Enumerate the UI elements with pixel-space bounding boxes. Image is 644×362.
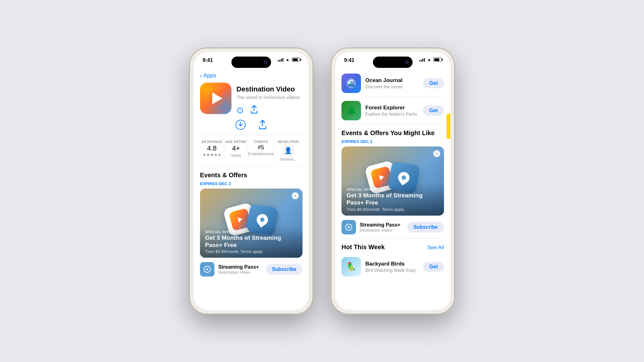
forest-explorer-desc: Explore the Nation's Parks bbox=[365, 112, 419, 117]
event-card-subtitle-1: Then $9.99/month. Terms apply. bbox=[205, 249, 297, 254]
subscribe-app-sub-2: Destination Video bbox=[360, 228, 403, 233]
phone-2-screen: 9:41 ▲ bbox=[335, 52, 450, 310]
subscribe-row-2: Streaming Pass+ Destination Video Subscr… bbox=[335, 216, 450, 238]
plus-badge-2: + bbox=[433, 150, 440, 157]
destination-video-icon-svg bbox=[205, 87, 227, 109]
special-offer-label-1: SPECIAL OFFER bbox=[205, 230, 297, 234]
backyard-birds-desc: Bird Watching Made Easy bbox=[365, 268, 419, 273]
hot-section-header: Hot This Week See All bbox=[335, 239, 450, 253]
dynamic-island-1 bbox=[231, 57, 271, 68]
backyard-birds-icon: 🦜 bbox=[341, 257, 361, 277]
share-btn[interactable] bbox=[258, 120, 267, 130]
event-card-subtitle-2: Then $9.99/month. Terms apply. bbox=[347, 207, 439, 212]
forest-explorer-icon: 🌲 bbox=[341, 101, 361, 120]
streaming-pass-icon-1 bbox=[200, 262, 214, 277]
events-section-title-2: Events & Offers You Might Like bbox=[335, 124, 450, 138]
rating-count-label: 2M Ratings bbox=[200, 140, 224, 144]
svg-point-5 bbox=[206, 268, 208, 270]
event-card-1[interactable]: + SPECIAL OFFER Get 3 Months of Streamin… bbox=[200, 189, 303, 258]
back-nav[interactable]: ‹ Apps bbox=[194, 70, 309, 80]
rating-stars: ★★★★★ bbox=[200, 152, 224, 157]
wifi-icon-1: ▲ bbox=[286, 57, 290, 62]
ocean-journal-info: Ocean Journal Discover the ocean bbox=[365, 77, 419, 89]
signal-icon-2 bbox=[419, 58, 425, 62]
plus-badge: + bbox=[292, 192, 299, 199]
ocean-journal-name: Ocean Journal bbox=[365, 77, 419, 84]
download-btn[interactable] bbox=[236, 120, 246, 130]
download-share-row bbox=[194, 120, 309, 135]
special-offer-label-2: SPECIAL OFFER bbox=[347, 188, 439, 191]
chart-label: Charts bbox=[248, 140, 274, 144]
back-chevron-icon: ‹ bbox=[200, 73, 202, 79]
forest-explorer-info: Forest Explorer Explore the Nation's Par… bbox=[365, 105, 419, 117]
ocean-journal-icon: 🌊 bbox=[341, 74, 361, 93]
streaming-pass-icon-2 bbox=[341, 220, 356, 234]
app-actions: ⊙ bbox=[236, 105, 303, 116]
svg-point-11 bbox=[348, 226, 350, 228]
developer-cell: Developer 👤 Destinati... bbox=[274, 139, 303, 162]
list-item-ocean: 🌊 Ocean Journal Discover the ocean Get bbox=[335, 70, 450, 97]
age-value: 4+ bbox=[224, 144, 248, 152]
app-icon-destination-video bbox=[200, 83, 231, 114]
rating-count-cell: 2M Ratings 4.8 ★★★★★ bbox=[200, 139, 224, 162]
subscribe-app-sub-1: Destination Video bbox=[218, 270, 262, 275]
backyard-birds-info: Backyard Birds Bird Watching Made Easy bbox=[365, 261, 419, 273]
list-item-backyard: 🦜 Backyard Birds Bird Watching Made Easy… bbox=[335, 253, 450, 280]
status-icons-2: ▲ bbox=[419, 57, 441, 62]
app-header: Destination Video The world in immersive… bbox=[194, 80, 309, 120]
event-card-title-2: Get 3 Months of Streaming Pass+ Free bbox=[347, 192, 439, 206]
wifi-icon-2: ▲ bbox=[427, 57, 431, 62]
age-sub: Years bbox=[224, 153, 248, 158]
app-browse-screen: 🌊 Ocean Journal Discover the ocean Get 🌲 bbox=[335, 70, 450, 310]
age-rating-cell: Age Rating 4+ Years bbox=[224, 139, 248, 162]
event-card-2[interactable]: + SPECIAL OFFER Get 3 Months of Streamin… bbox=[341, 146, 444, 216]
subscribe-button-2[interactable]: Subscribe bbox=[407, 222, 444, 233]
backyard-birds-name: Backyard Birds bbox=[365, 261, 419, 267]
phone-2: 9:41 ▲ bbox=[331, 48, 454, 314]
event-card-title-1: Get 3 Months of Streaming Pass+ Free bbox=[205, 234, 297, 249]
download-icon[interactable]: ⊙ bbox=[236, 105, 244, 116]
event-card-content: SPECIAL OFFER Get 3 Months of Streaming … bbox=[200, 226, 303, 258]
hot-section-title: Hot This Week bbox=[341, 244, 385, 251]
status-time-1: 9:41 bbox=[203, 57, 213, 63]
yellow-accent-peek bbox=[447, 114, 450, 139]
see-all-button[interactable]: See All bbox=[427, 244, 444, 251]
subscribe-info-2: Streaming Pass+ Destination Video bbox=[360, 222, 403, 233]
chart-sub: Entertainment bbox=[248, 151, 274, 156]
battery-icon-1 bbox=[292, 58, 300, 62]
ratings-row: 2M Ratings 4.8 ★★★★★ Age Rating 4+ Years… bbox=[194, 135, 309, 166]
svg-text:🦜: 🦜 bbox=[346, 261, 357, 272]
app-subtitle: The world in immersive videos bbox=[236, 95, 303, 100]
signal-icon-1 bbox=[278, 58, 283, 62]
app-title: Destination Video bbox=[236, 85, 303, 93]
rating-count-value: 4.8 bbox=[200, 144, 224, 152]
get-button-ocean[interactable]: Get bbox=[423, 78, 444, 88]
dev-name: Destinati... bbox=[280, 157, 297, 161]
get-button-backyard[interactable]: Get bbox=[423, 262, 444, 272]
developer-icon: 👤 bbox=[283, 145, 294, 156]
back-label[interactable]: Apps bbox=[203, 72, 216, 79]
dynamic-island-2 bbox=[373, 57, 413, 68]
forest-explorer-name: Forest Explorer bbox=[365, 105, 419, 111]
chart-cell: Charts #5 Entertainment bbox=[248, 139, 274, 162]
dev-label: Developer bbox=[278, 140, 299, 144]
get-button-forest[interactable]: Get bbox=[423, 106, 444, 116]
events-section-title: Events & Offers bbox=[194, 167, 309, 180]
age-label: Age Rating bbox=[224, 140, 248, 144]
list-item-forest: 🌲 Forest Explorer Explore the Nation's P… bbox=[335, 97, 450, 124]
subscribe-row-1: Streaming Pass+ Destination Video Subscr… bbox=[194, 258, 309, 280]
subscribe-button-1[interactable]: Subscribe bbox=[266, 264, 303, 275]
front-camera-1 bbox=[264, 60, 267, 64]
expires-label-2: EXPIRES DEC 2 bbox=[335, 138, 450, 146]
front-camera-2 bbox=[405, 60, 409, 64]
share-icon[interactable] bbox=[250, 105, 258, 116]
phone-1: 9:41 ▲ ‹ bbox=[190, 48, 313, 314]
expires-label-1: EXPIRES DEC 2 bbox=[194, 180, 309, 189]
phone-1-screen: 9:41 ▲ ‹ bbox=[194, 52, 309, 310]
app-title-section: Destination Video The world in immersive… bbox=[236, 83, 303, 116]
status-icons-1: ▲ bbox=[278, 57, 300, 62]
status-time-2: 9:41 bbox=[344, 57, 354, 63]
ocean-journal-desc: Discover the ocean bbox=[365, 84, 419, 89]
chart-value: #5 bbox=[248, 144, 274, 151]
event-card-content-2: SPECIAL OFFER Get 3 Months of Streaming … bbox=[341, 183, 444, 216]
